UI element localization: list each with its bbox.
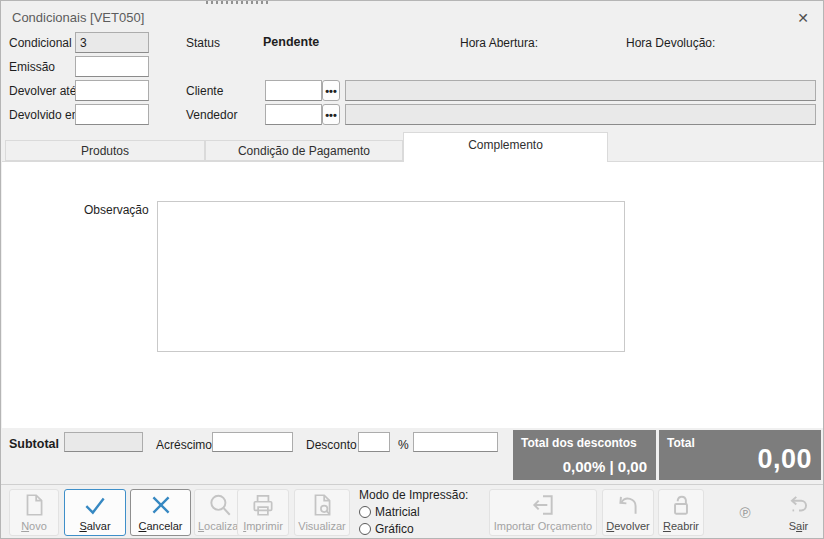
vendedor-code-field[interactable] — [265, 104, 322, 125]
cliente-code-field[interactable] — [265, 80, 322, 101]
cliente-label: Cliente — [186, 84, 223, 98]
emissao-field[interactable] — [75, 56, 149, 77]
importar-orcamento-button[interactable]: Importar Orçamento — [489, 489, 597, 536]
modo-impressao-label: Modo de Impressão: — [359, 488, 468, 502]
cancelar-button[interactable]: Cancelar — [130, 489, 191, 536]
observacao-label: Observação — [84, 203, 149, 217]
exit-return-arrow-icon — [786, 492, 812, 518]
vendedor-name-field — [345, 104, 816, 125]
check-icon — [82, 492, 108, 518]
bottom-toolbar: Novo Salvar Cancelar — [1, 484, 823, 539]
reabrir-button[interactable]: Reabrir — [658, 489, 704, 536]
total-label: Total — [667, 436, 695, 450]
condicional-field — [75, 32, 149, 53]
acrescimo-label: Acréscimo — [156, 438, 212, 452]
devolvido-em-label: Devolvido em — [9, 108, 82, 122]
window-title: Condicionais [VET050] — [12, 10, 144, 25]
condicionais-dialog: Condicionais [VET050] ✕ Condicional Stat… — [0, 0, 824, 539]
tab-complemento[interactable]: Complemento — [403, 132, 608, 162]
new-page-icon — [21, 492, 47, 518]
acrescimo-field[interactable] — [212, 432, 293, 452]
status-value: Pendente — [263, 35, 319, 49]
devolver-ate-field[interactable] — [75, 80, 149, 101]
sair-button[interactable]: Sair — [778, 489, 819, 536]
x-icon — [148, 492, 174, 518]
percent-label: % — [398, 438, 409, 452]
radio-grafico-icon[interactable] — [359, 523, 371, 535]
circled-p-icon: ℗ — [739, 504, 750, 521]
tab-condicao-de-pagamento[interactable]: Condição de Pagamento — [205, 140, 403, 161]
devolver-button[interactable]: Devolver — [602, 489, 654, 536]
total-descontos-panel: Total dos descontos 0,00% | 0,00 — [513, 430, 656, 480]
modo-impressao-group: Modo de Impressão: Matricial Gráfico — [359, 488, 468, 536]
subtotal-label: Subtotal — [9, 437, 59, 451]
condicional-label: Condicional — [9, 36, 72, 50]
hora-abertura-label: Hora Abertura: — [460, 36, 538, 50]
total-descontos-value: 0,00% | 0,00 — [563, 458, 647, 475]
total-value: 0,00 — [757, 444, 812, 475]
subtotal-field — [64, 432, 143, 452]
radio-grafico[interactable]: Gráfico — [359, 522, 468, 536]
visualizar-button[interactable]: Visualizar — [294, 489, 350, 536]
cliente-name-field — [345, 80, 816, 101]
devolvido-em-field[interactable] — [75, 104, 149, 125]
vendedor-label: Vendedor — [186, 108, 237, 122]
tab-produtos[interactable]: Produtos — [5, 140, 205, 161]
total-descontos-label: Total dos descontos — [521, 436, 637, 450]
vendedor-lookup-button[interactable]: ••• — [322, 104, 340, 125]
status-label: Status — [186, 36, 220, 50]
desconto-label: Desconto — [306, 438, 357, 452]
total-panel: Total 0,00 — [659, 430, 821, 480]
open-padlock-icon — [668, 492, 694, 518]
printer-icon — [250, 492, 276, 518]
print-preview-icon — [309, 492, 335, 518]
title-bar[interactable]: Condicionais [VET050] ✕ — [1, 4, 823, 30]
complemento-panel: Observação — [2, 161, 824, 428]
observacao-textarea[interactable] — [157, 201, 625, 352]
p-circle-button[interactable]: ℗ — [730, 489, 760, 536]
hora-devolucao-label: Hora Devolução: — [626, 36, 715, 50]
undo-arrow-icon — [615, 492, 641, 518]
import-icon — [530, 492, 556, 518]
novo-button[interactable]: Novo — [9, 489, 59, 536]
desconto-percent-field[interactable] — [358, 432, 390, 452]
close-icon[interactable]: ✕ — [793, 8, 813, 28]
desconto-value-field[interactable] — [413, 432, 498, 452]
search-icon — [207, 492, 233, 518]
emissao-label: Emissão — [9, 60, 55, 74]
imprimir-button[interactable]: Imprimir — [237, 489, 289, 536]
radio-matricial-icon[interactable] — [359, 506, 371, 518]
cliente-lookup-button[interactable]: ••• — [322, 80, 340, 101]
salvar-button[interactable]: Salvar — [64, 489, 126, 536]
radio-matricial[interactable]: Matricial — [359, 505, 468, 519]
devolver-ate-label: Devolver até — [9, 84, 76, 98]
